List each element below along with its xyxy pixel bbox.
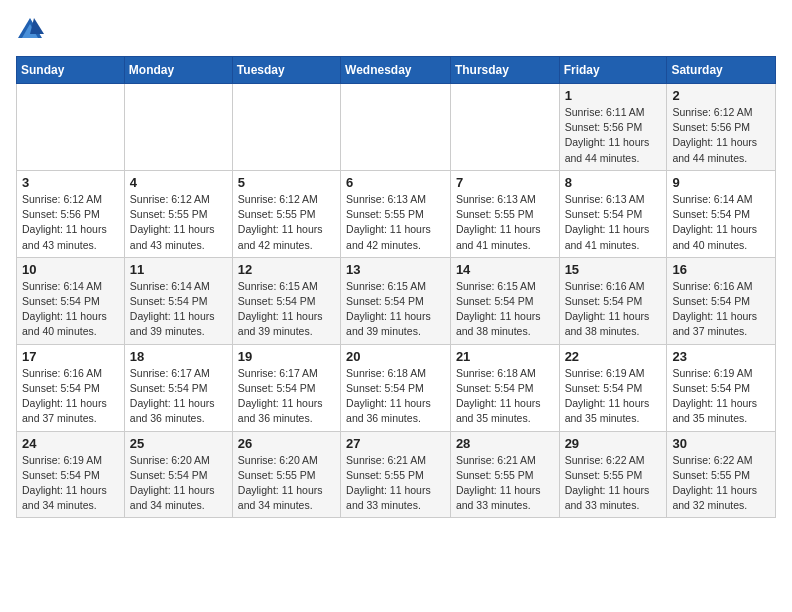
day-number: 15	[565, 262, 662, 277]
day-info: Sunrise: 6:12 AM Sunset: 5:56 PM Dayligh…	[22, 192, 119, 253]
calendar-cell: 29Sunrise: 6:22 AM Sunset: 5:55 PM Dayli…	[559, 431, 667, 518]
day-info: Sunrise: 6:17 AM Sunset: 5:54 PM Dayligh…	[130, 366, 227, 427]
day-number: 13	[346, 262, 445, 277]
day-number: 26	[238, 436, 335, 451]
day-number: 24	[22, 436, 119, 451]
day-number: 8	[565, 175, 662, 190]
calendar-cell	[232, 84, 340, 171]
calendar-cell: 8Sunrise: 6:13 AM Sunset: 5:54 PM Daylig…	[559, 170, 667, 257]
day-number: 27	[346, 436, 445, 451]
calendar-cell: 14Sunrise: 6:15 AM Sunset: 5:54 PM Dayli…	[450, 257, 559, 344]
calendar-cell: 18Sunrise: 6:17 AM Sunset: 5:54 PM Dayli…	[124, 344, 232, 431]
calendar-cell: 7Sunrise: 6:13 AM Sunset: 5:55 PM Daylig…	[450, 170, 559, 257]
day-number: 25	[130, 436, 227, 451]
day-info: Sunrise: 6:12 AM Sunset: 5:55 PM Dayligh…	[130, 192, 227, 253]
calendar-cell: 5Sunrise: 6:12 AM Sunset: 5:55 PM Daylig…	[232, 170, 340, 257]
calendar-table: SundayMondayTuesdayWednesdayThursdayFrid…	[16, 56, 776, 518]
page-header	[16, 16, 776, 44]
day-info: Sunrise: 6:13 AM Sunset: 5:55 PM Dayligh…	[346, 192, 445, 253]
calendar-cell: 27Sunrise: 6:21 AM Sunset: 5:55 PM Dayli…	[341, 431, 451, 518]
calendar-week-row: 17Sunrise: 6:16 AM Sunset: 5:54 PM Dayli…	[17, 344, 776, 431]
day-info: Sunrise: 6:19 AM Sunset: 5:54 PM Dayligh…	[565, 366, 662, 427]
weekday-header-wednesday: Wednesday	[341, 57, 451, 84]
day-info: Sunrise: 6:21 AM Sunset: 5:55 PM Dayligh…	[346, 453, 445, 514]
day-info: Sunrise: 6:14 AM Sunset: 5:54 PM Dayligh…	[130, 279, 227, 340]
calendar-cell: 16Sunrise: 6:16 AM Sunset: 5:54 PM Dayli…	[667, 257, 776, 344]
calendar-week-row: 3Sunrise: 6:12 AM Sunset: 5:56 PM Daylig…	[17, 170, 776, 257]
calendar-cell: 23Sunrise: 6:19 AM Sunset: 5:54 PM Dayli…	[667, 344, 776, 431]
day-number: 12	[238, 262, 335, 277]
weekday-header-saturday: Saturday	[667, 57, 776, 84]
day-number: 22	[565, 349, 662, 364]
day-info: Sunrise: 6:15 AM Sunset: 5:54 PM Dayligh…	[238, 279, 335, 340]
day-number: 21	[456, 349, 554, 364]
day-info: Sunrise: 6:20 AM Sunset: 5:55 PM Dayligh…	[238, 453, 335, 514]
day-number: 14	[456, 262, 554, 277]
calendar-cell: 15Sunrise: 6:16 AM Sunset: 5:54 PM Dayli…	[559, 257, 667, 344]
calendar-header-row: SundayMondayTuesdayWednesdayThursdayFrid…	[17, 57, 776, 84]
weekday-header-tuesday: Tuesday	[232, 57, 340, 84]
calendar-cell	[17, 84, 125, 171]
day-info: Sunrise: 6:13 AM Sunset: 5:54 PM Dayligh…	[565, 192, 662, 253]
logo-icon	[16, 16, 44, 44]
day-info: Sunrise: 6:17 AM Sunset: 5:54 PM Dayligh…	[238, 366, 335, 427]
day-number: 28	[456, 436, 554, 451]
calendar-cell: 9Sunrise: 6:14 AM Sunset: 5:54 PM Daylig…	[667, 170, 776, 257]
svg-marker-2	[30, 18, 44, 34]
day-number: 5	[238, 175, 335, 190]
calendar-week-row: 1Sunrise: 6:11 AM Sunset: 5:56 PM Daylig…	[17, 84, 776, 171]
calendar-cell: 13Sunrise: 6:15 AM Sunset: 5:54 PM Dayli…	[341, 257, 451, 344]
calendar-cell	[341, 84, 451, 171]
day-number: 18	[130, 349, 227, 364]
day-number: 4	[130, 175, 227, 190]
day-info: Sunrise: 6:16 AM Sunset: 5:54 PM Dayligh…	[672, 279, 770, 340]
calendar-cell: 22Sunrise: 6:19 AM Sunset: 5:54 PM Dayli…	[559, 344, 667, 431]
calendar-week-row: 10Sunrise: 6:14 AM Sunset: 5:54 PM Dayli…	[17, 257, 776, 344]
day-number: 7	[456, 175, 554, 190]
day-info: Sunrise: 6:19 AM Sunset: 5:54 PM Dayligh…	[672, 366, 770, 427]
calendar-cell: 28Sunrise: 6:21 AM Sunset: 5:55 PM Dayli…	[450, 431, 559, 518]
day-info: Sunrise: 6:20 AM Sunset: 5:54 PM Dayligh…	[130, 453, 227, 514]
calendar-cell: 21Sunrise: 6:18 AM Sunset: 5:54 PM Dayli…	[450, 344, 559, 431]
day-number: 10	[22, 262, 119, 277]
day-number: 1	[565, 88, 662, 103]
day-number: 16	[672, 262, 770, 277]
day-number: 3	[22, 175, 119, 190]
day-info: Sunrise: 6:13 AM Sunset: 5:55 PM Dayligh…	[456, 192, 554, 253]
day-number: 9	[672, 175, 770, 190]
day-number: 30	[672, 436, 770, 451]
calendar-cell: 11Sunrise: 6:14 AM Sunset: 5:54 PM Dayli…	[124, 257, 232, 344]
day-number: 20	[346, 349, 445, 364]
calendar-cell: 20Sunrise: 6:18 AM Sunset: 5:54 PM Dayli…	[341, 344, 451, 431]
day-number: 23	[672, 349, 770, 364]
day-number: 2	[672, 88, 770, 103]
calendar-cell: 2Sunrise: 6:12 AM Sunset: 5:56 PM Daylig…	[667, 84, 776, 171]
day-info: Sunrise: 6:21 AM Sunset: 5:55 PM Dayligh…	[456, 453, 554, 514]
day-info: Sunrise: 6:16 AM Sunset: 5:54 PM Dayligh…	[22, 366, 119, 427]
day-number: 6	[346, 175, 445, 190]
day-number: 29	[565, 436, 662, 451]
calendar-cell: 30Sunrise: 6:22 AM Sunset: 5:55 PM Dayli…	[667, 431, 776, 518]
weekday-header-thursday: Thursday	[450, 57, 559, 84]
day-info: Sunrise: 6:12 AM Sunset: 5:55 PM Dayligh…	[238, 192, 335, 253]
calendar-cell: 26Sunrise: 6:20 AM Sunset: 5:55 PM Dayli…	[232, 431, 340, 518]
calendar-cell	[124, 84, 232, 171]
day-info: Sunrise: 6:11 AM Sunset: 5:56 PM Dayligh…	[565, 105, 662, 166]
calendar-cell: 6Sunrise: 6:13 AM Sunset: 5:55 PM Daylig…	[341, 170, 451, 257]
calendar-cell: 10Sunrise: 6:14 AM Sunset: 5:54 PM Dayli…	[17, 257, 125, 344]
day-info: Sunrise: 6:15 AM Sunset: 5:54 PM Dayligh…	[346, 279, 445, 340]
day-number: 11	[130, 262, 227, 277]
logo	[16, 16, 48, 44]
day-info: Sunrise: 6:12 AM Sunset: 5:56 PM Dayligh…	[672, 105, 770, 166]
calendar-cell: 25Sunrise: 6:20 AM Sunset: 5:54 PM Dayli…	[124, 431, 232, 518]
day-info: Sunrise: 6:22 AM Sunset: 5:55 PM Dayligh…	[672, 453, 770, 514]
calendar-cell: 12Sunrise: 6:15 AM Sunset: 5:54 PM Dayli…	[232, 257, 340, 344]
day-number: 19	[238, 349, 335, 364]
day-info: Sunrise: 6:16 AM Sunset: 5:54 PM Dayligh…	[565, 279, 662, 340]
calendar-cell: 4Sunrise: 6:12 AM Sunset: 5:55 PM Daylig…	[124, 170, 232, 257]
calendar-cell: 3Sunrise: 6:12 AM Sunset: 5:56 PM Daylig…	[17, 170, 125, 257]
calendar-cell	[450, 84, 559, 171]
day-info: Sunrise: 6:18 AM Sunset: 5:54 PM Dayligh…	[346, 366, 445, 427]
day-info: Sunrise: 6:19 AM Sunset: 5:54 PM Dayligh…	[22, 453, 119, 514]
calendar-cell: 1Sunrise: 6:11 AM Sunset: 5:56 PM Daylig…	[559, 84, 667, 171]
